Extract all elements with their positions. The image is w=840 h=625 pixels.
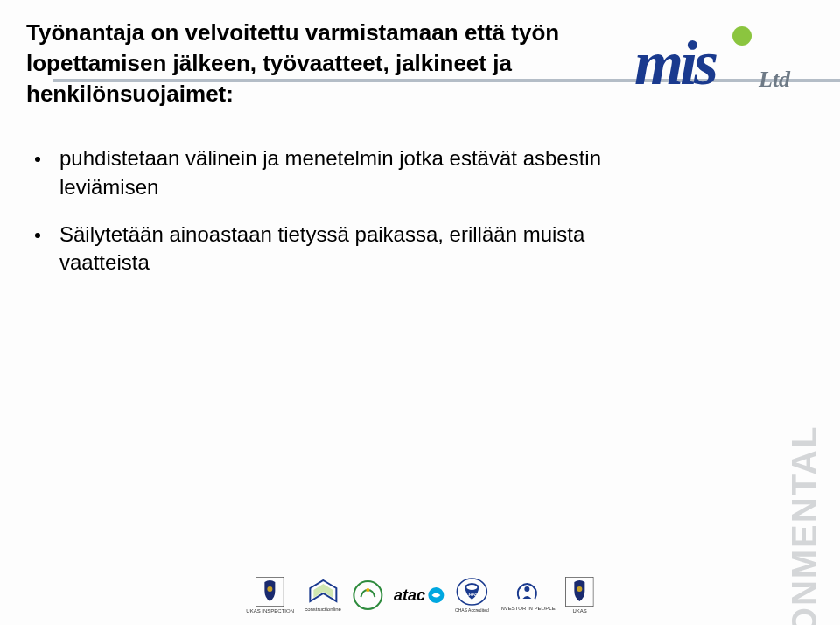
bullet-icon <box>35 233 40 238</box>
svg-point-8 <box>466 585 477 590</box>
bullet-list: puhdistetaan välinein ja menetelmin jotk… <box>26 144 805 277</box>
svg-point-5 <box>366 588 369 592</box>
chas-logo: CHAS CHAS Accredited <box>455 576 489 614</box>
svg-text:CHAS: CHAS <box>466 592 479 597</box>
svg-point-12 <box>578 586 583 592</box>
logo-label: INVESTOR IN PEOPLE <box>500 606 556 612</box>
ukas-testing-logo: UKAS <box>566 576 594 614</box>
footer-accreditation-strip: UKAS INSPECTION constructionline atac <box>246 576 593 614</box>
svg-point-10 <box>525 586 530 592</box>
bullet-text: puhdistetaan välinein ja menetelmin jotk… <box>60 144 637 201</box>
list-item: puhdistetaan välinein ja menetelmin jotk… <box>35 144 805 201</box>
slide-heading: Työnantaja on velvoitettu varmistamaan e… <box>26 18 656 109</box>
ukas-inspection-logo: UKAS INSPECTION <box>246 576 294 614</box>
bullet-text: Säilytetään ainoastaan tietyssä paikassa… <box>60 221 637 277</box>
svg-point-1 <box>268 586 273 592</box>
logo-label: atac <box>394 586 425 605</box>
bullet-icon <box>35 157 40 162</box>
svg-marker-3 <box>313 584 332 598</box>
investor-in-people-logo: INVESTOR IN PEOPLE <box>500 576 556 614</box>
logo-label: constructionline <box>304 607 341 613</box>
building-logo <box>352 576 383 614</box>
constructionline-logo: constructionline <box>304 576 341 614</box>
svg-point-4 <box>354 581 382 609</box>
atac-logo: atac <box>394 576 444 614</box>
sidebar-watermark-text: ENVIRONMENTAL <box>786 425 825 625</box>
list-item: Säilytetään ainoastaan tietyssä paikassa… <box>35 221 805 277</box>
logo-label: UKAS <box>572 608 586 614</box>
logo-label: UKAS INSPECTION <box>246 608 294 614</box>
logo-label: CHAS Accredited <box>455 608 489 614</box>
